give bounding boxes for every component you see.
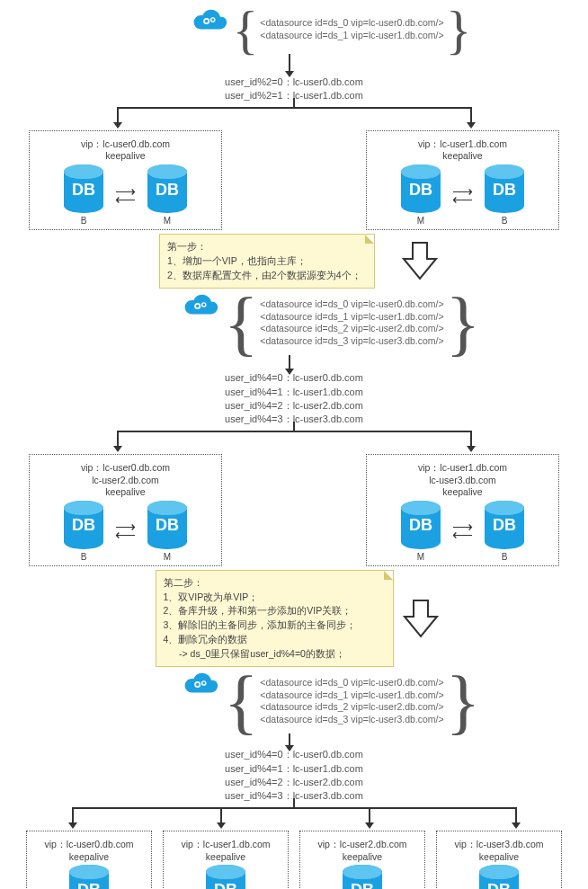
sync-arrow-icon: ⟶⟵	[115, 523, 136, 538]
svg-point-5	[64, 164, 103, 179]
svg-point-21	[401, 501, 441, 515]
config-line: <datasource id=ds_0 vip=lc-user0.db.com/…	[260, 17, 443, 30]
svg-point-41	[479, 865, 519, 879]
db-cluster-right-2: vip：lc-user1.db.com lc-user3.db.com keep…	[366, 454, 559, 566]
db-icon: DB	[398, 164, 443, 214]
config-line: <datasource id=ds_1 vip=lc-user1.db.com/…	[260, 30, 443, 42]
svg-point-29	[69, 865, 109, 879]
svg-point-19	[147, 501, 187, 515]
db-icon: DB	[61, 164, 106, 214]
db-cluster-vert-0: vip：lc-user0.db.comkeepalive DBM ⟶⟵ DBB	[26, 831, 152, 889]
db-icon: DB	[398, 501, 443, 550]
db-icon: DB	[145, 501, 190, 550]
svg-point-3	[211, 19, 214, 22]
db-icon: DB	[340, 865, 385, 889]
db-icon: DB	[61, 501, 106, 550]
db-icon: DB	[482, 164, 527, 214]
step-note-2: 第二步： 1、双VIP改为单VIP； 2、备库升级，并和第一步添加的VIP关联；…	[156, 570, 394, 668]
db-icon: DB	[145, 164, 190, 214]
routing-rules-3: user_id%4=0：lc-user0.db.com user_id%4=1：…	[225, 748, 363, 804]
svg-point-2	[204, 20, 208, 23]
db-cluster-vert-2: vip：lc-user2.db.comkeepalive DBM ⟶⟵ DBB	[299, 831, 425, 889]
svg-point-33	[206, 865, 245, 879]
sync-arrow-icon: ⟶⟵	[452, 523, 473, 538]
db-cluster-vert-3: vip：lc-user3.db.comkeepalive DBM ⟶⟵ DBB	[436, 831, 562, 889]
db-cluster-vert-1: vip：lc-user1.db.comkeepalive DBM ⟶⟵ DBB	[163, 831, 289, 889]
svg-point-37	[343, 865, 382, 879]
svg-point-9	[401, 164, 441, 179]
svg-point-23	[485, 501, 524, 515]
svg-point-15	[202, 304, 205, 307]
svg-point-14	[196, 305, 200, 308]
db-icon: DB	[477, 865, 521, 889]
big-down-arrow-icon	[402, 241, 438, 281]
db-icon: DB	[203, 865, 248, 889]
svg-point-17	[64, 501, 103, 515]
db-icon: DB	[67, 865, 111, 889]
cloud-config-icon	[189, 5, 229, 34]
svg-point-11	[485, 164, 524, 179]
config-block-3: { <datasource id=ds_0 vip=lc-user0.db.co…	[224, 669, 480, 733]
routing-rules-2: user_id%4=0：lc-user0.db.com user_id%4=1：…	[225, 371, 363, 427]
svg-point-7	[147, 164, 187, 179]
cloud-config-icon	[180, 669, 220, 698]
sync-arrow-icon: ⟶⟵	[452, 188, 473, 203]
cloud-config-icon	[180, 290, 220, 319]
big-down-arrow-icon	[403, 599, 439, 639]
db-cluster-left-2: vip：lc-user0.db.com lc-user2.db.com keep…	[29, 454, 222, 566]
svg-point-26	[196, 683, 200, 687]
config-block-1: { <datasource id=ds_0 vip=lc-user0.db.co…	[233, 5, 472, 54]
config-block-2: { <datasource id=ds_0 vip=lc-user0.db.co…	[224, 290, 480, 355]
svg-point-27	[202, 682, 205, 685]
db-icon: DB	[482, 501, 527, 550]
step-note-1: 第一步： 1、增加一个VIP，也指向主库； 2、数据库配置文件，由2个数据源变为…	[159, 234, 375, 289]
sync-arrow-icon: ⟶⟵	[115, 188, 136, 203]
db-cluster-right-1: vip：lc-user1.db.com keepalive DB M ⟶⟵ DB…	[366, 130, 559, 230]
db-cluster-left-1: vip：lc-user0.db.com keepalive DB B ⟶⟵ DB…	[29, 130, 222, 230]
